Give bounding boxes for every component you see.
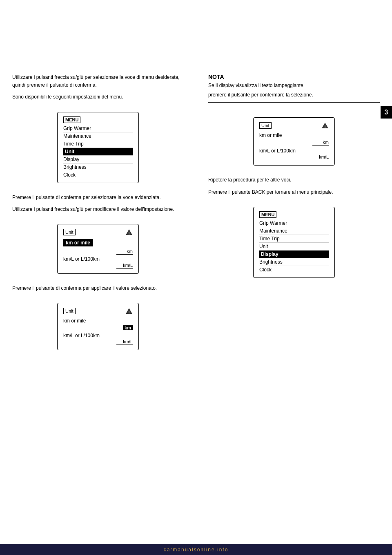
screen5-item-clock: Clock bbox=[259, 266, 329, 273]
left-body-text-5: Premere il pulsante di conferma per appl… bbox=[12, 284, 184, 292]
screen2-option1-row: km or mile bbox=[63, 239, 133, 246]
screen3-option2-label: km/L or L/100km bbox=[63, 333, 133, 338]
screen2-mockup: Unit ! km or mile km km/L or L/100km km/… bbox=[57, 224, 139, 274]
screen4-alert-icon: ! bbox=[321, 122, 329, 129]
right-body-texts: Ripetere la procedura per le altre voci.… bbox=[208, 176, 380, 196]
screen2-header-row: Unit ! bbox=[63, 228, 133, 236]
screen1-item-unit: Unit bbox=[63, 148, 133, 156]
screen5-mockup: MENU Grip Warmer Maintenance Time Trip U… bbox=[253, 207, 335, 278]
page-number: 3 bbox=[381, 106, 392, 119]
screen3-header-row: Unit ! bbox=[63, 307, 133, 315]
screen1-mockup: MENU Grip Warmer Maintenance Time Trip U… bbox=[57, 112, 139, 183]
nota-text-2: premere il pulsante per confermare la se… bbox=[208, 91, 380, 99]
screen5-item-display: Display bbox=[259, 251, 329, 258]
screen2-km-value: km bbox=[116, 249, 133, 255]
screen1-container: MENU Grip Warmer Maintenance Time Trip U… bbox=[12, 105, 184, 190]
screen3-km-selected: km bbox=[123, 325, 133, 330]
right-column: NOTA Se il display visualizza il testo l… bbox=[196, 0, 392, 555]
screen3-header-label: Unit bbox=[63, 308, 76, 314]
screen2-option2-label: km/L or L/100km bbox=[63, 256, 133, 262]
screen3-alert-icon: ! bbox=[125, 307, 133, 315]
screen5-item-brightness: Brightness bbox=[259, 258, 329, 266]
left-body-text-4: Utilizzare i pulsanti freccia su/giù per… bbox=[12, 206, 184, 213]
screen2-header-label: Unit bbox=[63, 229, 76, 235]
watermark-text: carmanualsonline.info bbox=[164, 547, 229, 553]
left-column: Utilizzare i pulsanti freccia su/giù per… bbox=[0, 0, 196, 555]
right-body-text-2: Premere il pulsante BACK per tornare al … bbox=[208, 188, 380, 196]
screen3-option1-value-row: km bbox=[63, 325, 133, 330]
screen5-item-maintenance: Maintenance bbox=[259, 227, 329, 235]
screen4-header-label: Unit bbox=[259, 122, 272, 129]
screen2-option1-value: km bbox=[63, 249, 133, 255]
screen3-option1-label: km or mile bbox=[63, 318, 133, 324]
screen2-kml-value: km/L bbox=[116, 263, 133, 269]
svg-text:!: ! bbox=[129, 310, 130, 314]
screen2-km-mile-selected: km or mile bbox=[63, 239, 93, 246]
left-body-text-1: Utilizzare i pulsanti freccia su/giù per… bbox=[12, 74, 184, 89]
screen4-header-row: Unit ! bbox=[259, 122, 329, 129]
screen3-kml-value: km/L bbox=[116, 339, 133, 345]
left-body-text-2: Sono disponibili le seguenti impostazion… bbox=[12, 93, 184, 101]
svg-text:!: ! bbox=[129, 231, 130, 235]
screen4-option2-label: km/L or L/100km bbox=[259, 148, 329, 154]
watermark-bar: carmanualsonline.info bbox=[0, 544, 392, 555]
screen1-item-clock: Clock bbox=[63, 171, 133, 179]
svg-text:!: ! bbox=[325, 125, 326, 129]
screen2-option2-value: km/L bbox=[63, 263, 133, 269]
nota-label: NOTA bbox=[208, 74, 224, 80]
screen4-container: Unit ! km or mile km km/L or L/100km km/… bbox=[208, 111, 380, 172]
screen4-kml-value: km/L bbox=[312, 154, 329, 160]
screen1-item-grip-warmer: Grip Warmer bbox=[63, 125, 133, 132]
screen1-item-maintenance: Maintenance bbox=[63, 132, 133, 140]
left-body-texts-3: Premere il pulsante di conferma per appl… bbox=[12, 284, 184, 292]
screen2-alert-icon: ! bbox=[125, 228, 133, 236]
nota-top-line bbox=[227, 77, 380, 77]
screen1-header: MENU bbox=[63, 116, 80, 123]
nota-bottom-line bbox=[208, 102, 380, 103]
screen1-item-display: Display bbox=[63, 156, 133, 163]
screen5-item-unit: Unit bbox=[259, 243, 329, 251]
left-intro-text: Utilizzare i pulsanti freccia su/giù per… bbox=[12, 74, 184, 101]
screen5-header: MENU bbox=[259, 211, 276, 218]
screen3-mockup: Unit ! km or mile km km/L or L/100km km/… bbox=[57, 303, 139, 350]
left-body-texts-2: Premere il pulsante di conferma per sele… bbox=[12, 194, 184, 213]
nota-header: NOTA bbox=[208, 74, 380, 80]
left-body-text-3: Premere il pulsante di conferma per sele… bbox=[12, 194, 184, 201]
screen4-option1-value-row: km bbox=[259, 140, 329, 145]
screen1-item-time-trip: Time Trip bbox=[63, 140, 133, 148]
screen4-mockup: Unit ! km or mile km km/L or L/100km km/… bbox=[253, 117, 335, 166]
screen4-option2-value-row: km/L bbox=[259, 154, 329, 160]
screen3-container: Unit ! km or mile km km/L or L/100km km/… bbox=[12, 296, 184, 357]
right-body-text-1: Ripetere la procedura per le altre voci. bbox=[208, 176, 380, 184]
screen4-km-value: km bbox=[312, 140, 329, 145]
screen5-container: MENU Grip Warmer Maintenance Time Trip U… bbox=[208, 200, 380, 284]
nota-text-1: Se il display visualizza il testo lampeg… bbox=[208, 82, 380, 90]
screen5-item-time-trip: Time Trip bbox=[259, 235, 329, 243]
screen5-item-grip-warmer: Grip Warmer bbox=[259, 219, 329, 227]
nota-section: NOTA Se il display visualizza il testo l… bbox=[208, 74, 380, 103]
screen4-option1-label: km or mile bbox=[259, 132, 329, 138]
screen1-item-brightness: Brightness bbox=[63, 163, 133, 171]
screen3-option2-value-row: km/L bbox=[63, 339, 133, 345]
screen2-container: Unit ! km or mile km km/L or L/100km km/… bbox=[12, 217, 184, 280]
